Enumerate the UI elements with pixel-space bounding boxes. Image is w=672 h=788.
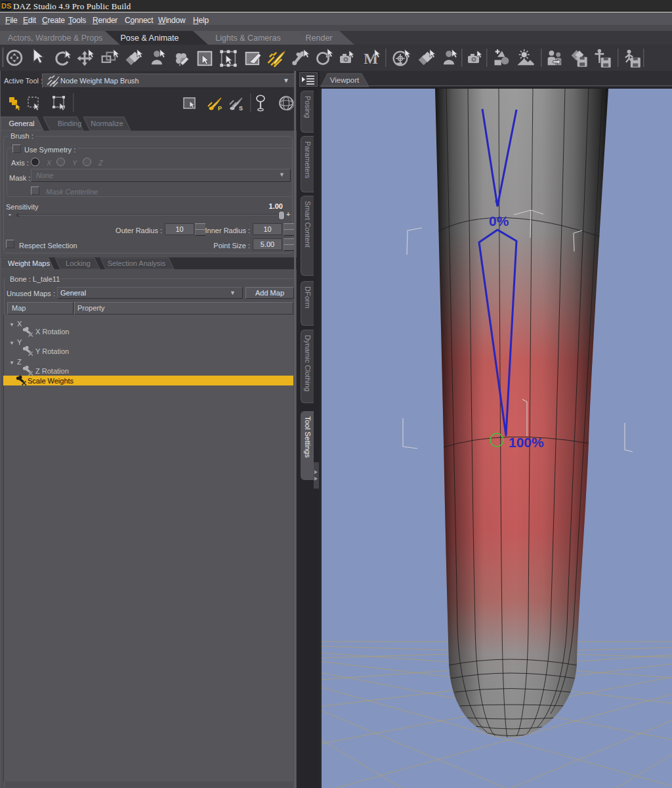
svg-text:P: P (218, 105, 222, 112)
svg-text:Locking: Locking (66, 259, 91, 267)
svg-text:Normalize: Normalize (91, 120, 123, 127)
svg-text:Viewport: Viewport (330, 76, 360, 84)
svg-text:Pose & Animate: Pose & Animate (121, 33, 179, 43)
svg-text:0%: 0% (489, 213, 509, 229)
svg-text:S: S (239, 105, 243, 112)
svg-text:Weight Maps: Weight Maps (8, 259, 50, 267)
svg-text:100%: 100% (509, 435, 544, 450)
svg-text:Lights & Cameras: Lights & Cameras (215, 33, 280, 43)
svg-text:Render: Render (306, 33, 333, 43)
svg-text:Binding: Binding (58, 120, 82, 127)
svg-text:Actors, Wardrobe & Props: Actors, Wardrobe & Props (8, 33, 103, 43)
svg-text:Selection Analysis: Selection Analysis (108, 259, 166, 267)
svg-text:General: General (9, 120, 34, 127)
